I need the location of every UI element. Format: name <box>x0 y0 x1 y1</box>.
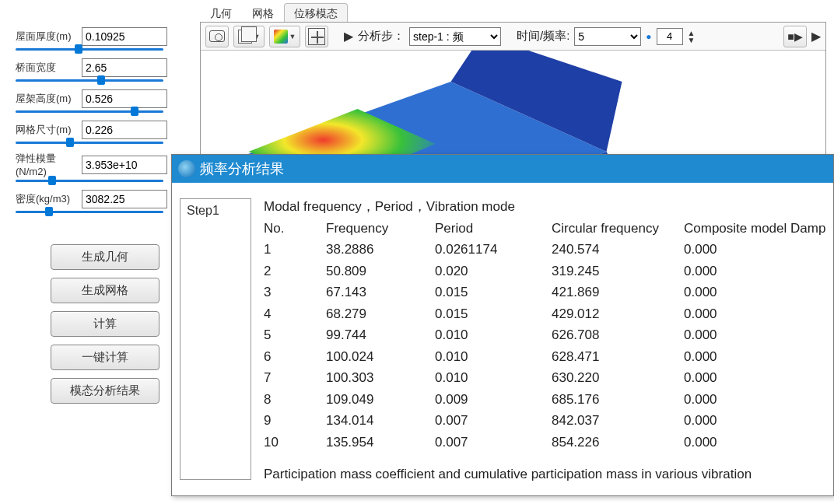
view-tabs: 几何 网格 位移模态 <box>200 3 348 24</box>
table-row: 599.7440.010626.7080.000 <box>264 325 824 345</box>
param-row: 屋面厚度(m) <box>16 27 171 51</box>
generate-geometry-button[interactable]: 生成几何 <box>51 244 159 270</box>
table-row: 367.1430.015421.8690.000 <box>264 282 824 303</box>
colormap-icon <box>274 30 288 44</box>
next-step-icon[interactable]: ▶ <box>811 29 821 44</box>
param-row: 桥面宽度 <box>16 58 171 82</box>
step-label: 分析步： <box>358 29 405 44</box>
param-slider[interactable] <box>16 48 163 51</box>
video-camera-icon: ■▶ <box>787 30 802 43</box>
stepper-up-down-icon[interactable]: ▲▼ <box>688 30 696 44</box>
param-row: 屋架高度(m) <box>16 89 171 113</box>
param-slider[interactable] <box>16 180 163 182</box>
param-label: 弹性模量(N/m2) <box>16 152 82 177</box>
parameter-panel: 屋面厚度(m)桥面宽度屋架高度(m)网格尺寸(m)弹性模量(N/m2)密度(kg… <box>16 27 171 411</box>
tab-mesh[interactable]: 网格 <box>242 3 284 24</box>
param-input[interactable] <box>82 190 167 208</box>
param-slider[interactable] <box>16 211 163 213</box>
camera-icon <box>209 30 225 42</box>
dialog-title: 频率分析结果 <box>200 155 284 183</box>
table-row: 8109.0490.009685.1760.000 <box>264 390 824 410</box>
modal-analysis-result-button[interactable]: 模态分析结果 <box>51 378 159 404</box>
table-row: 6100.0240.010628.4710.000 <box>264 347 824 367</box>
param-label: 密度(kg/m3) <box>16 192 82 206</box>
param-label: 桥面宽度 <box>16 61 82 75</box>
compute-button[interactable]: 计算 <box>51 311 159 337</box>
prev-step-icon[interactable]: ▶ <box>344 29 353 44</box>
param-input[interactable] <box>82 58 167 77</box>
move-button[interactable] <box>305 26 328 47</box>
param-input[interactable] <box>82 27 167 46</box>
snapshot-button[interactable] <box>205 26 229 47</box>
param-row: 密度(kg/m3) <box>16 190 171 213</box>
table-row: 138.28860.0261174240.5740.000 <box>264 240 824 260</box>
table-row: 7100.3030.010630.2200.000 <box>264 368 824 388</box>
colormap-button[interactable]: ▼ <box>269 26 300 47</box>
table-row: 9134.0140.007842.0370.000 <box>264 411 824 431</box>
result-footer-text: Participation mass coefficient and cumul… <box>264 464 824 485</box>
slider-indicator-icon[interactable]: ● <box>646 31 651 42</box>
app-logo-icon <box>178 160 195 177</box>
param-label: 屋面厚度(m) <box>16 30 82 44</box>
param-slider[interactable] <box>16 79 163 82</box>
table-row: 10135.9540.007854.2260.000 <box>264 432 824 453</box>
param-input[interactable] <box>82 156 167 174</box>
param-slider[interactable] <box>16 142 163 144</box>
frame-stepper[interactable] <box>657 28 683 45</box>
step-select[interactable]: step-1 : 频 <box>409 27 501 46</box>
generate-mesh-button[interactable]: 生成网格 <box>51 278 159 303</box>
param-input[interactable] <box>82 121 167 139</box>
record-button[interactable]: ■▶ <box>783 26 807 47</box>
dialog-titlebar[interactable]: 频率分析结果 <box>172 155 833 183</box>
result-heading: Modal frequency，Period，Vibration mode <box>264 197 824 217</box>
viewer-toolbar: ▼ ▼ ▶ 分析步： step-1 : 频 时间/频率: 5 ● ▲▼ ■▶ ▶ <box>201 23 825 51</box>
param-label: 网格尺寸(m) <box>16 123 82 137</box>
tab-displacement-mode[interactable]: 位移模态 <box>284 3 348 24</box>
time-freq-label: 时间/频率: <box>517 29 569 44</box>
chevron-down-icon: ▼ <box>289 33 296 40</box>
column-headers: No.FrequencyPeriodCircular frequencyComp… <box>264 219 824 239</box>
time-freq-select[interactable]: 5 <box>574 27 641 46</box>
frequency-analysis-dialog: 频率分析结果 Step1 Modal frequency，Period，Vibr… <box>171 154 834 496</box>
cube-icon <box>238 30 252 44</box>
view-cube-button[interactable]: ▼ <box>233 26 265 47</box>
param-row: 网格尺寸(m) <box>16 121 171 144</box>
param-slider[interactable] <box>16 110 163 113</box>
table-row: 250.8090.020319.2450.000 <box>264 261 824 282</box>
param-input[interactable] <box>82 89 167 108</box>
one-click-compute-button[interactable]: 一键计算 <box>51 345 159 370</box>
param-label: 屋架高度(m) <box>16 92 82 106</box>
table-row: 468.2790.015429.0120.000 <box>264 304 824 324</box>
step-list[interactable]: Step1 <box>180 198 251 480</box>
result-text-area[interactable]: Modal frequency，Period，Vibration mode No… <box>254 183 833 495</box>
param-row: 弹性模量(N/m2) <box>16 152 171 182</box>
move-icon <box>308 28 325 45</box>
tab-geometry[interactable]: 几何 <box>200 3 242 24</box>
